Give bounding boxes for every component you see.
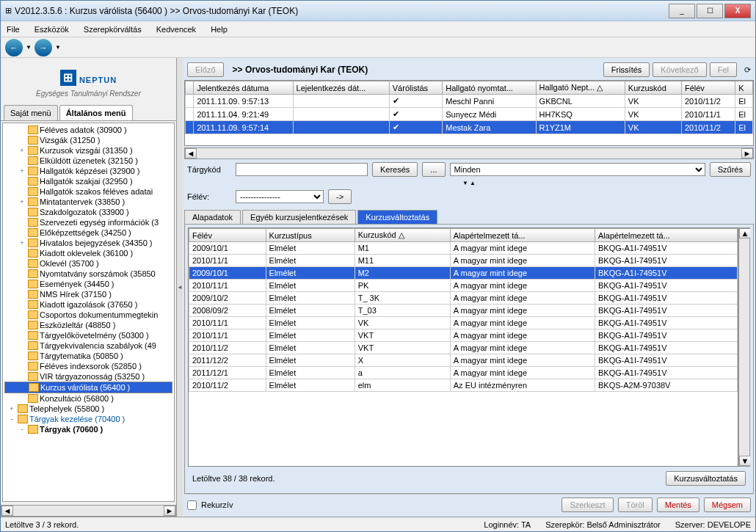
table-row[interactable]: 2010/11/1ElméletVKA magyar mint idegeBKQ… bbox=[189, 317, 738, 329]
tree-node[interactable]: Elküldött üzenetek (32150 ) bbox=[4, 156, 172, 166]
menu-item[interactable]: File bbox=[4, 23, 23, 35]
tree-node[interactable]: +Hallgatók képzései (32900 ) bbox=[4, 166, 172, 176]
table-row[interactable]: 2009/10/1ElméletM1A magyar mint idegeBKQ… bbox=[189, 242, 738, 255]
next-button[interactable]: Következő bbox=[653, 62, 706, 77]
tree-node[interactable]: Szervezeti egység információk (3 bbox=[4, 217, 172, 227]
delete-button[interactable]: Töröl bbox=[618, 498, 653, 512]
vscroll[interactable]: ▲▼ bbox=[738, 227, 750, 467]
tree-node[interactable]: Oklevél (35700 ) bbox=[4, 258, 172, 269]
menu-item[interactable]: Eszközök bbox=[32, 23, 72, 35]
tree-node[interactable]: +Telephelyek (55800 ) bbox=[4, 404, 172, 414]
tree-hscroll[interactable]: ◄► bbox=[1, 505, 176, 517]
save-button[interactable]: Mentés bbox=[657, 498, 699, 512]
tree-node[interactable]: NMS Hírek (37150 ) bbox=[4, 289, 172, 299]
pin-icon[interactable]: ⟳ bbox=[744, 65, 751, 75]
column-header[interactable]: Hallgató Nept... △ bbox=[536, 81, 625, 95]
dropdown-icon[interactable]: ▼ bbox=[26, 44, 32, 51]
table-row[interactable]: 2010/11/2ElméletVKTA magyar mint idegeBK… bbox=[189, 342, 738, 354]
tree-node[interactable]: -Tárgyak kezelése (70400 ) bbox=[4, 414, 172, 424]
tree-node[interactable]: Szakdolgozatok (33900 ) bbox=[4, 207, 172, 217]
tree-node[interactable]: Nyomtatvány sorszámok (35850 bbox=[4, 269, 172, 279]
sub-tab[interactable]: Egyéb kurzusjelentkezések bbox=[242, 210, 356, 224]
minimize-button[interactable]: _ bbox=[669, 4, 695, 18]
tree-node[interactable]: Kiadott igazolások (37650 ) bbox=[4, 299, 172, 310]
tree-node[interactable]: Tárgyekvivalencia szabályok (49 bbox=[4, 340, 172, 351]
filter-select[interactable]: Minden bbox=[450, 163, 705, 176]
dropdown-icon[interactable]: ▼ bbox=[55, 44, 61, 51]
tree-node[interactable]: VIR tárgyazonosság (53250 ) bbox=[4, 371, 172, 382]
edit-button[interactable]: Szerkeszt bbox=[561, 498, 613, 512]
cancel-button[interactable]: Mégsem bbox=[704, 498, 751, 512]
column-header[interactable]: Kurzuskód bbox=[625, 81, 681, 95]
felev-go-button[interactable]: -> bbox=[328, 189, 352, 204]
tree-view[interactable]: Féléves adatok (30900 )Vizsgák (31250 )+… bbox=[2, 123, 175, 502]
tree-node[interactable]: Kurzus várólista (56400 ) bbox=[4, 382, 172, 393]
column-header[interactable]: Jelentkezés dátuma bbox=[194, 81, 293, 95]
maximize-button[interactable]: ☐ bbox=[697, 4, 723, 18]
refresh-button[interactable]: Frissítés bbox=[603, 62, 650, 77]
sub-tab[interactable]: Kurzusváltoztatás bbox=[357, 210, 437, 224]
menu-item[interactable]: Help bbox=[208, 23, 230, 35]
column-header[interactable]: Lejelentkezés dát... bbox=[293, 81, 389, 95]
column-header[interactable]: K bbox=[735, 81, 753, 95]
side-tab[interactable]: Általános menü bbox=[59, 105, 133, 120]
tree-node[interactable]: +Hivatalos bejegyzések (34350 ) bbox=[4, 238, 172, 248]
column-header[interactable]: Hallgató nyomtat... bbox=[443, 81, 536, 95]
grid-hscroll[interactable]: ◄► bbox=[184, 147, 754, 159]
tree-node[interactable]: Csoportos dokumentummegtekin bbox=[4, 310, 172, 320]
column-header[interactable]: Alapértelmezett tá... bbox=[595, 229, 738, 242]
table-row[interactable]: 2011.11.09. 9:57:14✔Mestak ZaraR1YZ1MVK2… bbox=[186, 121, 753, 134]
column-header[interactable]: Alapértelmezett tá... bbox=[450, 229, 595, 242]
table-row[interactable]: 2011/12/2ElméletXA magyar mint idegeBKQG… bbox=[189, 354, 738, 367]
column-header[interactable] bbox=[186, 81, 194, 95]
column-header[interactable]: Félév bbox=[189, 229, 266, 242]
nav-back-icon[interactable]: ← bbox=[5, 39, 23, 57]
top-grid[interactable]: Jelentkezés dátumaLejelentkezés dát...Vá… bbox=[184, 80, 754, 146]
table-row[interactable]: 2010/11/1ElméletVKTA magyar mint idegeBK… bbox=[189, 329, 738, 342]
table-row[interactable]: 2011.11.09. 9:57:13✔Meschl PanniGKBCNLVK… bbox=[186, 95, 753, 108]
tree-node[interactable]: Vizsgák (31250 ) bbox=[4, 135, 172, 145]
targykod-input[interactable] bbox=[236, 163, 368, 176]
menu-item[interactable]: Szerepkörváltás bbox=[81, 23, 145, 35]
table-row[interactable]: 2010/11/2ElméletelmAz EU intézményrenBKQ… bbox=[189, 379, 738, 392]
tree-node[interactable]: Tárgytematika (50850 ) bbox=[4, 351, 172, 361]
tree-node[interactable]: Hallgatók szakjai (32950 ) bbox=[4, 176, 172, 186]
tree-node[interactable]: Előképzettségek (34250 ) bbox=[4, 227, 172, 238]
sub-tab[interactable]: Alapadatok bbox=[184, 210, 241, 224]
splitter[interactable]: ◄ bbox=[177, 58, 183, 517]
rekurziv-checkbox[interactable] bbox=[187, 500, 197, 510]
prev-button[interactable]: Előző bbox=[187, 62, 224, 77]
browse-button[interactable]: ... bbox=[422, 162, 445, 177]
tree-node[interactable]: Féléves adatok (30900 ) bbox=[4, 125, 172, 135]
search-button[interactable]: Keresés bbox=[372, 162, 418, 177]
tree-node[interactable]: Hallgatók szakos féléves adatai bbox=[4, 186, 172, 197]
kurzusvalt-button[interactable]: Kurzusváltoztatás bbox=[666, 471, 746, 486]
felev-select[interactable]: --------------- bbox=[236, 190, 324, 203]
tree-node[interactable]: -Tárgyak (70600 ) bbox=[4, 424, 172, 434]
column-header[interactable]: Kurzuskód △ bbox=[355, 229, 450, 242]
table-row[interactable]: 2011.11.04. 9:21:49✔Sunyecz MédiHH7KSQVK… bbox=[186, 108, 753, 121]
tree-node[interactable]: Kiadott oklevelek (36100 ) bbox=[4, 248, 172, 258]
collapse-icon[interactable]: ▼ ▲ bbox=[184, 180, 754, 186]
close-button[interactable]: X bbox=[724, 4, 751, 18]
table-row[interactable]: 2009/10/2ElméletT_ 3KA magyar mint idege… bbox=[189, 292, 738, 305]
table-row[interactable]: 2008/09/2ElméletT_03A magyar mint idegeB… bbox=[189, 305, 738, 317]
side-tab[interactable]: Saját menü bbox=[4, 105, 58, 120]
table-row[interactable]: 2010/11/1ElméletM11A magyar mint idegeBK… bbox=[189, 255, 738, 267]
tree-node[interactable]: +Mintatantervek (33850 ) bbox=[4, 197, 172, 207]
table-row[interactable]: 2011/12/1ElméletaA magyar mint idegeBKQG… bbox=[189, 367, 738, 379]
column-header[interactable]: Kurzustípus bbox=[266, 229, 355, 242]
tree-node[interactable]: Féléves indexsorok (52850 ) bbox=[4, 361, 172, 371]
nav-forward-icon[interactable]: → bbox=[34, 39, 52, 57]
detail-grid[interactable]: FélévKurzustípusKurzuskód △Alapértelmeze… bbox=[188, 227, 738, 467]
tree-node[interactable]: Események (34450 ) bbox=[4, 279, 172, 289]
tree-node[interactable]: Konzultáció (56800 ) bbox=[4, 393, 172, 404]
table-row[interactable]: 2010/11/1ElméletPKA magyar mint idegeBKQ… bbox=[189, 280, 738, 292]
column-header[interactable]: Várólistás bbox=[389, 81, 442, 95]
filter-button[interactable]: Szűrés bbox=[710, 162, 751, 177]
tree-node[interactable]: Eszközleltár (48850 ) bbox=[4, 320, 172, 330]
menu-item[interactable]: Kedvencek bbox=[153, 23, 199, 35]
tree-node[interactable]: Tárgyelőkövetelmény (50300 ) bbox=[4, 330, 172, 340]
up-button[interactable]: Fel bbox=[710, 62, 737, 77]
column-header[interactable]: Félév bbox=[681, 81, 735, 95]
